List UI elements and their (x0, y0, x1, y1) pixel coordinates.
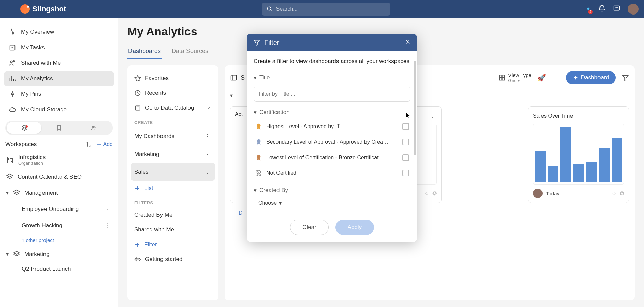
cert-option-highest[interactable]: Highest Level - Approved by IT (254, 119, 410, 134)
panel-created-by-me[interactable]: Created By Me (131, 207, 215, 222)
checkbox[interactable] (402, 170, 409, 176)
chart-bar (560, 127, 571, 182)
checkbox[interactable] (402, 139, 409, 145)
workspace-content-calendar[interactable]: Content Calendar & SEO ⋮ (4, 169, 114, 185)
star-icon[interactable]: ☆ (424, 190, 429, 197)
workspace-marketing[interactable]: ▾ Marketing ⋮ (4, 246, 114, 262)
svg-point-18 (257, 155, 261, 159)
more-icon[interactable]: ⋮ (104, 155, 112, 164)
user-avatar[interactable] (628, 4, 639, 15)
more-icon[interactable]: ⋮ (104, 204, 112, 214)
menu-icon[interactable] (5, 6, 15, 12)
workspace-infragistics[interactable]: InfragisticsOrganization ⋮ (4, 150, 114, 169)
clear-button[interactable]: Clear (290, 220, 329, 235)
more-icon[interactable]: ⋮ (429, 111, 437, 120)
panel-toggle-icon[interactable] (230, 74, 237, 81)
panel-data-catalog[interactable]: Go to Data Catalog (131, 101, 215, 115)
dashboard-card-sales-over-time[interactable]: Sales Over Time⋮ Today ☆ ✪ (528, 106, 629, 203)
nav-my-analytics[interactable]: My Analytics (4, 71, 114, 86)
search-box[interactable] (262, 3, 390, 16)
workspace-other-projects[interactable]: 1 other project (4, 234, 114, 246)
workspace-management[interactable]: ▾ Management ⋮ (4, 185, 114, 201)
chat-icon[interactable] (613, 5, 620, 13)
bell-icon[interactable] (598, 5, 606, 13)
seg-bookmark[interactable] (41, 122, 76, 134)
nav-my-cloud-storage[interactable]: My Cloud Storage (4, 102, 114, 117)
apply-button[interactable]: Apply (335, 220, 374, 235)
rocket-icon[interactable]: 🚀 (537, 74, 546, 82)
filter-section-title[interactable]: ▾Title (254, 72, 410, 84)
filter-icon (253, 39, 260, 46)
workspace-add-button[interactable]: Add (96, 141, 113, 147)
nav-my-overview[interactable]: My Overview (4, 24, 114, 40)
cert-icon[interactable]: ✪ (432, 190, 437, 197)
chevron-down-icon[interactable]: ▾ (230, 92, 233, 99)
tab-dashboards[interactable]: Dashboards (127, 44, 162, 59)
panel-getting-started[interactable]: Getting started (131, 252, 215, 267)
chart-bar (573, 164, 584, 182)
created-by-choose[interactable]: Choose▾ (254, 197, 410, 210)
svg-point-3 (11, 61, 13, 63)
more-icon[interactable]: ⋮ (621, 91, 629, 100)
chart-bar (548, 166, 558, 182)
chevron-down-icon[interactable]: ▾ (6, 251, 9, 257)
star-icon[interactable]: ☆ (612, 190, 616, 197)
panel-my-dashboards[interactable]: My Dashboards⋮ (131, 127, 215, 145)
workspace-q2-product-launch[interactable]: Q2 Product Launch (4, 262, 114, 276)
more-icon[interactable]: ⋮ (104, 188, 112, 197)
svg-rect-8 (10, 159, 13, 163)
chart-bar (586, 162, 597, 182)
more-icon[interactable]: ⋮ (552, 73, 560, 82)
ai-sparkle-icon[interactable]: ✦4 (586, 5, 591, 13)
checkbox[interactable] (402, 154, 409, 161)
filter-title-input[interactable] (254, 87, 410, 102)
checkbox[interactable] (402, 123, 409, 130)
panel-favorites[interactable]: Favorites (131, 71, 215, 86)
filter-section-certification[interactable]: ▾Certification (254, 106, 410, 119)
filters-header: FILTERS (131, 196, 215, 207)
filter-toggle-icon[interactable] (622, 74, 629, 81)
workspace-employee-onboarding[interactable]: Employee Onboarding⋮ (4, 201, 114, 217)
panel-add-list[interactable]: List (131, 181, 215, 196)
more-icon[interactable]: ⋮ (104, 250, 112, 259)
panel-sales[interactable]: Sales⋮ (131, 163, 215, 181)
panel-recents[interactable]: Recents (131, 86, 215, 101)
nav-my-pins[interactable]: My Pins (4, 86, 114, 102)
cert-option-secondary[interactable]: Secondary Level of Approval - Approved b… (254, 134, 410, 150)
filter-section-created-by[interactable]: ▾Created By (254, 184, 410, 197)
cert-icon[interactable]: ✪ (620, 190, 624, 197)
brand[interactable]: Slingshot (20, 4, 66, 14)
seg-people[interactable] (77, 122, 111, 134)
chevron-down-icon[interactable]: ▾ (6, 190, 9, 196)
ribbon-none-icon (255, 169, 262, 177)
panel-add-filter[interactable]: Filter (131, 237, 215, 252)
chart-bar (612, 138, 622, 182)
workspace-growth-hacking[interactable]: Growth Hacking⋮ (4, 217, 114, 234)
sales-over-time-chart (533, 124, 624, 185)
external-link-icon (206, 105, 212, 111)
more-icon[interactable]: ⋮ (104, 221, 112, 230)
more-icon[interactable]: ⋮ (616, 111, 624, 120)
more-icon[interactable]: ⋮ (203, 149, 212, 159)
more-icon[interactable]: ⋮ (203, 167, 212, 177)
more-icon[interactable]: ⋮ (104, 172, 112, 182)
panel-marketing[interactable]: Marketing⋮ (131, 145, 215, 163)
cert-option-lowest[interactable]: Lowest Level of Certification - Bronze C… (254, 150, 410, 165)
cert-option-not-certified[interactable]: Not Certified (254, 165, 410, 181)
sort-icon[interactable] (86, 141, 92, 147)
scrollbar-track[interactable] (414, 57, 416, 213)
nav-shared-with-me[interactable]: Shared with Me (4, 55, 114, 71)
new-dashboard-button[interactable]: Dashboard (566, 71, 616, 84)
search-input[interactable] (276, 6, 385, 12)
breadcrumb-sales: S (241, 74, 245, 81)
more-icon[interactable]: ⋮ (203, 131, 212, 141)
nav-my-tasks[interactable]: My Tasks (4, 40, 114, 55)
view-type-selector[interactable]: View TypeGrid ▾ (499, 72, 531, 83)
layers-icon (13, 251, 20, 258)
panel-shared-with-me[interactable]: Shared with Me (131, 222, 215, 237)
seg-layers[interactable] (7, 122, 41, 134)
svg-point-6 (94, 127, 95, 128)
close-icon[interactable] (404, 38, 411, 47)
tab-data-sources[interactable]: Data Sources (171, 44, 209, 59)
scrollbar-thumb[interactable] (414, 61, 416, 155)
